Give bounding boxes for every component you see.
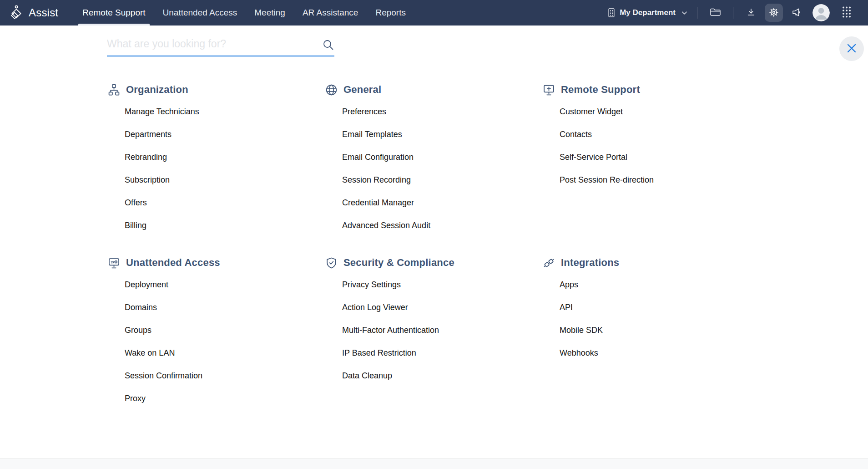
department-selector[interactable]: My Department <box>604 8 691 18</box>
department-label: My Department <box>620 8 676 17</box>
brand: Assist <box>9 5 58 20</box>
download-icon <box>746 7 756 19</box>
item-credential-manager[interactable]: Credential Manager <box>342 191 414 214</box>
page-footer-strip <box>0 458 868 469</box>
item-ip-based-restriction[interactable]: IP Based Restriction <box>342 342 416 364</box>
item-contacts[interactable]: Contacts <box>560 123 592 146</box>
section-title: Remote Support <box>561 84 640 96</box>
tab-meeting[interactable]: Meeting <box>246 0 294 25</box>
tab-unattended-access[interactable]: Unattended Access <box>154 0 246 25</box>
item-domains[interactable]: Domains <box>125 296 157 319</box>
apps-launcher-button[interactable] <box>838 4 856 22</box>
item-api[interactable]: API <box>560 296 573 319</box>
item-preferences[interactable]: Preferences <box>342 100 386 123</box>
item-billing[interactable]: Billing <box>125 214 146 237</box>
item-privacy-settings[interactable]: Privacy Settings <box>342 273 401 296</box>
tab-remote-support[interactable]: Remote Support <box>74 0 154 25</box>
department-building-icon <box>608 8 615 18</box>
section-organization: Organization Manage Technicians Departme… <box>108 82 325 237</box>
search-input[interactable] <box>107 35 318 53</box>
divider <box>733 7 733 19</box>
item-session-recording[interactable]: Session Recording <box>342 168 411 191</box>
settings-search <box>107 35 334 56</box>
user-avatar[interactable] <box>812 4 830 21</box>
section-title: Organization <box>126 84 188 96</box>
search-icon[interactable] <box>322 39 334 53</box>
navbar-right: My Department <box>604 4 858 22</box>
announcements-button[interactable] <box>787 4 806 22</box>
brand-name: Assist <box>29 6 58 19</box>
folder-button[interactable] <box>706 4 724 22</box>
tab-ar-assistance[interactable]: AR Assistance <box>294 0 367 25</box>
settings-grid: Organization Manage Technicians Departme… <box>0 82 868 410</box>
item-wake-on-lan[interactable]: Wake on LAN <box>125 342 175 364</box>
settings-button[interactable] <box>765 4 783 22</box>
apps-grid-icon <box>842 6 852 20</box>
section-title: Security & Compliance <box>343 257 454 269</box>
announcement-megaphone-icon <box>791 7 802 19</box>
section-unattended-access: Unattended Access Deployment Domains Gro… <box>108 255 325 410</box>
primary-nav: Remote Support Unattended Access Meeting… <box>74 0 414 25</box>
item-data-cleanup[interactable]: Data Cleanup <box>342 364 392 387</box>
section-title: Unattended Access <box>126 257 220 269</box>
section-remote-support: Remote Support Customer Widget Contacts … <box>543 82 760 237</box>
plug-icon <box>543 257 555 269</box>
item-mobile-sdk[interactable]: Mobile SDK <box>560 319 603 342</box>
download-button[interactable] <box>742 4 760 22</box>
item-offers[interactable]: Offers <box>125 191 147 214</box>
divider <box>697 7 697 19</box>
section-integrations: Integrations Apps API Mobile SDK Webhook… <box>543 255 760 410</box>
close-icon <box>847 43 857 55</box>
tab-reports[interactable]: Reports <box>367 0 414 25</box>
item-advanced-session-audit[interactable]: Advanced Session Audit <box>342 214 430 237</box>
item-post-session-redirection[interactable]: Post Session Re-direction <box>560 168 654 191</box>
item-proxy[interactable]: Proxy <box>125 387 146 410</box>
item-session-confirmation[interactable]: Session Confirmation <box>125 364 202 387</box>
item-self-service-portal[interactable]: Self-Service Portal <box>560 146 627 168</box>
assist-logo-icon <box>9 5 24 20</box>
section-general: General Preferences Email Templates Emai… <box>325 82 543 237</box>
item-deployment[interactable]: Deployment <box>125 273 168 296</box>
close-button[interactable] <box>839 36 864 61</box>
item-email-configuration[interactable]: Email Configuration <box>342 146 414 168</box>
org-chart-icon <box>108 84 120 96</box>
item-departments[interactable]: Departments <box>125 123 172 146</box>
settings-search-row <box>0 25 868 56</box>
caret-down-icon <box>682 11 687 15</box>
section-security-compliance: Security & Compliance Privacy Settings A… <box>325 255 543 410</box>
item-customer-widget[interactable]: Customer Widget <box>560 100 623 123</box>
monitor-key-icon <box>108 257 120 269</box>
settings-gear-icon <box>768 7 779 19</box>
globe-icon <box>325 84 338 96</box>
top-navbar: Assist Remote Support Unattended Access … <box>0 0 868 25</box>
shield-check-icon <box>325 257 338 269</box>
section-title: General <box>343 84 381 96</box>
item-manage-technicians[interactable]: Manage Technicians <box>125 100 199 123</box>
monitor-plus-icon <box>543 84 555 96</box>
item-apps[interactable]: Apps <box>560 273 578 296</box>
item-multi-factor-authentication[interactable]: Multi-Factor Authentication <box>342 319 439 342</box>
item-subscription[interactable]: Subscription <box>125 168 170 191</box>
section-title: Integrations <box>561 257 619 269</box>
folder-icon <box>710 7 721 18</box>
item-webhooks[interactable]: Webhooks <box>560 342 598 364</box>
item-groups[interactable]: Groups <box>125 319 151 342</box>
item-rebranding[interactable]: Rebranding <box>125 146 167 168</box>
item-action-log-viewer[interactable]: Action Log Viewer <box>342 296 408 319</box>
item-email-templates[interactable]: Email Templates <box>342 123 402 146</box>
